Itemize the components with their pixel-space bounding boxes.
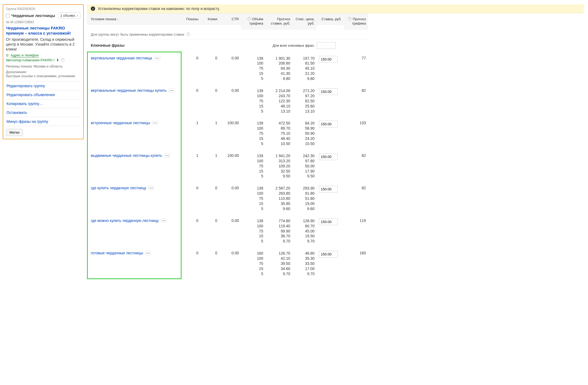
written-price-cell: 197.70 81.50 45.10 21.20 9.80	[292, 52, 317, 84]
impressions-cell: 1	[182, 149, 201, 160]
keyword-link[interactable]: встроенные чердачные лестницы	[91, 121, 150, 125]
ad-count-label: 1 объявл.	[60, 13, 76, 18]
bid-cell	[317, 149, 344, 163]
keyword-link[interactable]: вертикальная чердачная лестница	[91, 56, 152, 60]
clicks-cell: 0	[201, 214, 219, 225]
ad-headline[interactable]: Чердачные лестницы FAKRO премиум – класс…	[6, 26, 81, 36]
traffic-forecast-cell: 77	[344, 52, 368, 63]
traffic-volume-cell: 139 100 75 15 5	[241, 84, 265, 116]
info-icon: i	[91, 6, 95, 11]
ctr-cell: 0.00	[219, 181, 241, 193]
keyword-menu-button[interactable]: •••	[161, 218, 167, 223]
traffic-forecast-cell: 119	[344, 214, 368, 225]
th-ctr[interactable]: CTR	[219, 13, 241, 25]
keyword-menu-button[interactable]: •••	[148, 186, 154, 190]
bid-cell	[317, 84, 344, 98]
bid-input[interactable]	[319, 121, 338, 127]
clicks-cell: 1	[201, 116, 219, 128]
traffic-volume-cell: 139 100 75 15 5	[241, 181, 265, 214]
bid-input[interactable]	[319, 88, 338, 95]
ctr-cell: 100.00	[219, 116, 241, 128]
keyword-link[interactable]: готовые чердачные лестницы	[91, 251, 143, 255]
keyword-link[interactable]: где купить чердачную лестницу	[91, 186, 146, 190]
group-id: Группа 5063393928	[6, 7, 81, 11]
ad-group-card: Группа 5063393928 Чердачные лестницы 1 о…	[3, 4, 84, 139]
th-bid[interactable]: Ставка, руб.	[317, 13, 344, 25]
clicks-cell: 0	[201, 181, 219, 193]
keywords-body: вертикальная чердачная лестница•••000.00…	[87, 52, 584, 279]
th-traffic-volume[interactable]: ?Объём трафика	[241, 13, 265, 30]
keyword-link[interactable]: выдвижные чердачные лестницы купить	[91, 153, 162, 158]
all-bids-label: Для всех ключевых фраз:	[241, 40, 317, 51]
chevron-right-icon: ›	[77, 14, 78, 18]
tags-button[interactable]: Метки	[6, 129, 23, 136]
th-conditions[interactable]: Условия показа ↑	[87, 13, 182, 25]
keyword-menu-button[interactable]: •••	[152, 121, 158, 125]
th-clicks[interactable]: Клики	[201, 13, 219, 25]
stop-button[interactable]: Остановить	[6, 108, 81, 117]
traffic-forecast-cell: 82	[344, 181, 368, 193]
banner: i Установлены корректировки ставок на ка…	[87, 4, 584, 13]
negative-keywords-button[interactable]: Минус-фразы на группу	[6, 117, 81, 126]
forecast-bid-cell: 2 214.00 243.70 122.30 48.10 13.10	[265, 84, 292, 116]
traffic-forecast-cell: 82	[344, 149, 368, 160]
bid-input[interactable]	[319, 153, 338, 160]
help-icon[interactable]: ?	[348, 17, 352, 21]
keyword-cell: вертикальная чердачная лестница•••	[87, 52, 182, 63]
keyword-cell: где можно купить чердачную лестницу•••	[87, 214, 182, 225]
bid-cell	[317, 214, 344, 228]
keyword-menu-button[interactable]: •••	[154, 56, 160, 60]
bid-input[interactable]	[319, 251, 338, 258]
extensions-label: Дополнения:	[6, 70, 81, 74]
download-icon[interactable]: ⬇	[56, 58, 59, 62]
ad-count-button[interactable]: 1 объявл. ›	[58, 12, 81, 19]
traffic-forecast-cell: 160	[344, 246, 368, 258]
forecast-bid-cell: 2 587.20 263.80 110.80 35.80 9.60	[265, 181, 292, 214]
bid-input[interactable]	[319, 186, 338, 192]
ctr-cell: 100.00	[219, 149, 241, 160]
bid-cell	[317, 246, 344, 260]
edit-ads-button[interactable]: Редактировать объявления	[6, 90, 81, 99]
written-price-cell: 242.30 97.80 50.00 17.90 9.50	[292, 149, 317, 181]
ctr-cell: 0.00	[219, 52, 241, 63]
help-icon[interactable]: ?	[247, 17, 251, 21]
keyword-menu-button[interactable]: •••	[145, 251, 151, 255]
forecast-bid-cell: 126.70 42.10 39.50 34.60 9.70	[265, 246, 292, 279]
keyword-cell: готовые чердачные лестницы•••	[87, 246, 182, 258]
help-icon[interactable]: ?	[186, 32, 190, 36]
display-url-row: fakroshop.ru/магазин-FAKRO / ⬇ ?	[6, 58, 81, 62]
keyword-cell: вертикальные чердачные лестницы купить••…	[87, 84, 182, 95]
impressions-cell: 0	[182, 246, 201, 258]
keyword-menu-button[interactable]: •••	[164, 153, 170, 158]
th-written-price[interactable]: Спис. цена, руб.	[292, 13, 317, 30]
ctr-cell: 0.00	[219, 84, 241, 95]
keyword-menu-button[interactable]: •••	[169, 88, 175, 93]
bid-input[interactable]	[319, 56, 338, 63]
phone-icon: ✆	[6, 53, 9, 58]
edit-group-button[interactable]: Редактировать группу	[6, 82, 81, 90]
bid-input[interactable]	[319, 218, 338, 225]
group-checkbox[interactable]	[6, 14, 10, 18]
help-icon[interactable]: ?	[61, 58, 65, 62]
main-panel: i Установлены корректировки ставок на ка…	[87, 4, 584, 279]
traffic-volume-cell: 139 100 75 15 5	[241, 116, 265, 149]
all-bids-input[interactable]	[317, 42, 336, 49]
copy-group-button[interactable]: Копировать группу…	[6, 99, 81, 108]
address-link[interactable]: Адрес и телефон	[11, 53, 39, 58]
keyword-cell: где купить чердачную лестницу•••	[87, 181, 182, 193]
forecast-bid-cell: 472.50 89.70 75.10 48.40 10.50	[265, 116, 292, 149]
corrections-text: Для группы могут быть применены корректи…	[91, 32, 184, 36]
impressions-cell: 0	[182, 181, 201, 193]
forecast-bid-cell: 774.80 119.40 99.90 36.70 9.70	[265, 214, 292, 246]
th-forecast-bid[interactable]: Прогноз ставки, руб.	[265, 13, 292, 30]
header-grid: Условия показа ↑ Показы Клики CTR ?Объём…	[87, 13, 584, 52]
th-traffic-forecast[interactable]: ?Прогноз трафика	[344, 13, 368, 30]
traffic-volume-cell: 139 100 75 15 5	[241, 214, 265, 246]
forecast-bid-cell: 1 941.20 313.20 109.20 32.50 9.50	[265, 149, 292, 181]
traffic-volume-cell: 139 100 75 15 5	[241, 52, 265, 84]
address-row: ✆ Адрес и телефон	[6, 53, 81, 58]
keyword-link[interactable]: вертикальные чердачные лестницы купить	[91, 88, 166, 93]
th-impressions[interactable]: Показы	[182, 13, 201, 25]
impressions-cell: 1	[182, 116, 201, 128]
keyword-link[interactable]: где можно купить чердачную лестницу	[91, 218, 159, 223]
